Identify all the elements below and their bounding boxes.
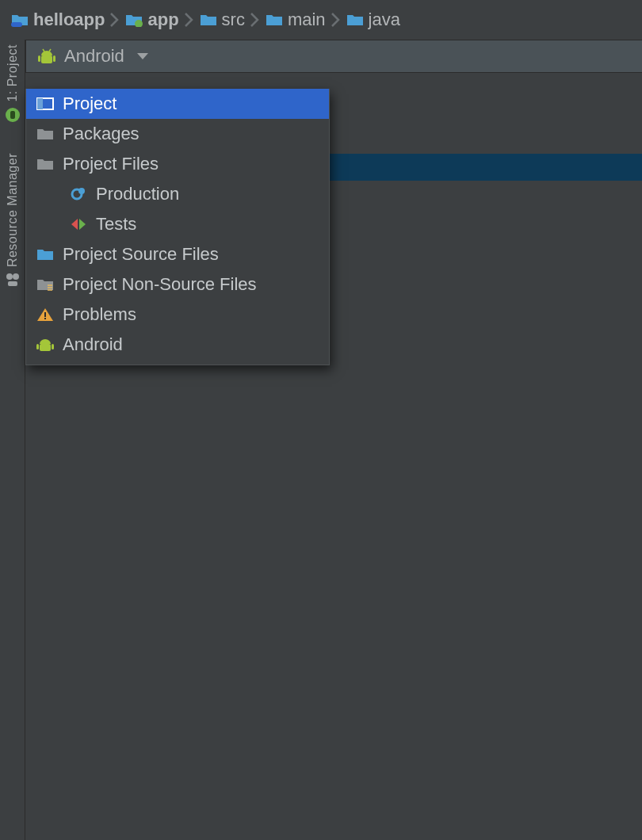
popup-item-label: Problems xyxy=(63,304,136,325)
folder-blue-icon xyxy=(36,247,55,262)
module-folder-icon xyxy=(125,13,143,27)
popup-item-problems[interactable]: Problems xyxy=(26,300,329,330)
popup-item-project[interactable]: Project xyxy=(26,89,329,119)
crumb-label: main xyxy=(288,10,326,30)
svg-line-11 xyxy=(49,49,51,52)
project-tool-window: Android Project Packages xyxy=(25,40,642,840)
crumb-label: helloapp xyxy=(33,10,105,30)
warning-icon xyxy=(36,307,55,323)
android-icon xyxy=(37,48,56,65)
popup-item-label: Tests xyxy=(96,214,136,235)
sidebar-tab-resource-manager[interactable]: Resource Manager xyxy=(5,153,21,288)
sidebar-tab-label: Resource Manager xyxy=(6,153,20,267)
project-folder-icon xyxy=(11,13,29,27)
breadcrumb: helloapp app src main java xyxy=(0,0,642,40)
popup-item-label: Android xyxy=(63,334,123,355)
svg-rect-23 xyxy=(52,344,54,349)
svg-rect-6 xyxy=(8,281,17,286)
crumb-java[interactable]: java xyxy=(346,10,400,30)
view-mode-dropdown[interactable]: Android xyxy=(25,40,642,73)
popup-item-project-files[interactable]: Project Files xyxy=(26,149,329,179)
folder-lines-icon xyxy=(36,277,55,292)
popup-item-project-non-source-files[interactable]: Project Non-Source Files xyxy=(26,269,329,300)
svg-rect-21 xyxy=(40,344,51,351)
crumb-src[interactable]: src xyxy=(200,10,245,30)
folder-icon xyxy=(346,13,364,27)
svg-rect-7 xyxy=(41,55,52,63)
popup-item-label: Project Source Files xyxy=(63,244,219,265)
popup-item-label: Project xyxy=(63,94,117,114)
svg-rect-13 xyxy=(37,98,43,109)
svg-rect-22 xyxy=(36,344,39,349)
svg-rect-8 xyxy=(38,55,40,62)
folder-grey-icon xyxy=(36,157,55,171)
crumb-helloapp[interactable]: helloapp xyxy=(11,10,105,30)
android-studio-icon xyxy=(5,107,21,123)
view-mode-label: Android xyxy=(64,46,124,67)
popup-item-packages[interactable]: Packages xyxy=(26,119,329,149)
svg-rect-0 xyxy=(11,22,22,27)
arrows-icon xyxy=(69,216,88,232)
popup-item-label: Project Non-Source Files xyxy=(63,274,257,295)
android-icon xyxy=(36,337,55,353)
popup-item-production[interactable]: Production xyxy=(26,179,329,209)
svg-rect-3 xyxy=(10,111,15,119)
popup-item-label: Packages xyxy=(63,124,139,144)
crumb-label: java xyxy=(369,10,400,30)
chevron-icon xyxy=(184,11,195,29)
chevron-down-icon xyxy=(137,53,148,59)
popup-item-label: Production xyxy=(96,184,179,204)
chevron-icon xyxy=(109,11,120,29)
svg-line-10 xyxy=(43,49,44,52)
svg-rect-9 xyxy=(53,55,55,62)
folder-icon xyxy=(266,13,283,27)
crumb-label: app xyxy=(147,10,178,30)
popup-item-android[interactable]: Android xyxy=(26,330,329,360)
popup-item-project-source-files[interactable]: Project Source Files xyxy=(26,239,329,269)
svg-point-4 xyxy=(6,273,13,280)
chevron-icon xyxy=(331,11,342,29)
view-mode-popup: Project Packages Project Files Productio… xyxy=(25,89,330,365)
folder-grey-icon xyxy=(36,127,55,141)
svg-rect-19 xyxy=(44,312,46,317)
gear-icon xyxy=(69,186,88,202)
crumb-label: src xyxy=(222,10,245,30)
crumb-app[interactable]: app xyxy=(125,10,178,30)
svg-rect-20 xyxy=(44,318,46,319)
svg-point-15 xyxy=(78,188,85,194)
layout-icon xyxy=(36,97,55,111)
chevron-icon xyxy=(250,11,261,29)
folder-icon xyxy=(200,13,217,27)
popup-item-tests[interactable]: Tests xyxy=(26,209,329,239)
crumb-main[interactable]: main xyxy=(266,10,326,30)
resource-manager-icon xyxy=(5,272,21,288)
popup-item-label: Project Files xyxy=(63,154,159,174)
sidebar-tab-project[interactable]: 1: Project xyxy=(5,44,21,123)
svg-point-5 xyxy=(13,273,19,280)
sidebar-tab-label: 1: Project xyxy=(6,44,20,102)
tool-window-bar: 1: Project Resource Manager xyxy=(0,40,25,840)
